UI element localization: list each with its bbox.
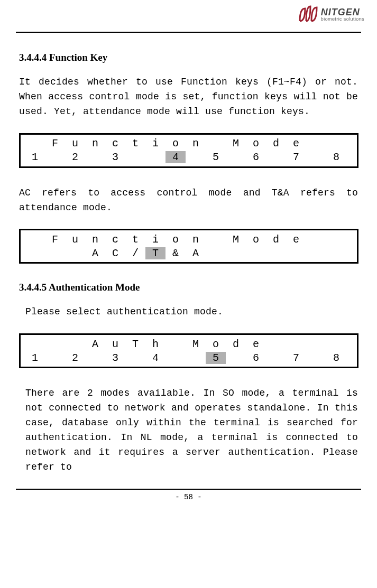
lcd-function-numbers: FunctionMode12345678 bbox=[19, 133, 358, 168]
lcd-cell: o bbox=[206, 338, 226, 350]
section-heading-auth-mode: 3.4.4.5 Authentication Mode bbox=[19, 282, 358, 293]
lcd-cell: 6 bbox=[246, 151, 266, 163]
lcd-cell: d bbox=[266, 234, 286, 246]
logo-sub: biometric solutions bbox=[321, 17, 364, 22]
lcd-cell: 5 bbox=[206, 151, 226, 163]
lcd-row: FunctionMode bbox=[25, 232, 353, 246]
lcd-row: AC/T&A bbox=[25, 246, 353, 260]
bottom-rule bbox=[16, 489, 361, 490]
lcd-cell: c bbox=[105, 234, 125, 246]
lcd-cell: A bbox=[85, 247, 105, 259]
lcd-cell: t bbox=[125, 137, 145, 150]
para-function-key-1: It decides whether to use Function keys … bbox=[19, 75, 358, 119]
lcd-cell: o bbox=[246, 234, 266, 246]
lcd-cell: n bbox=[186, 137, 206, 150]
lcd-cell: i bbox=[145, 137, 165, 150]
lcd-cell: e bbox=[286, 234, 306, 246]
lcd-cell: o bbox=[165, 234, 186, 246]
lcd-cell: T bbox=[145, 247, 165, 259]
lcd-cell: / bbox=[125, 247, 145, 259]
page-number: - 58 - bbox=[16, 493, 361, 501]
lcd-cell: u bbox=[105, 338, 125, 350]
lcd-row: 12345678 bbox=[25, 151, 353, 164]
lcd-cell: A bbox=[186, 247, 206, 259]
fingerprint-icon bbox=[298, 5, 319, 23]
lcd-cell: A bbox=[85, 338, 105, 350]
lcd-cell: 7 bbox=[286, 352, 306, 364]
section-heading-function-key: 3.4.4.4 Function Key bbox=[19, 52, 358, 63]
lcd-cell: n bbox=[85, 137, 105, 150]
content-area: 3.4.4.4 Function Key It decides whether … bbox=[16, 33, 361, 475]
lcd-cell: M bbox=[186, 338, 206, 350]
lcd-cell: T bbox=[125, 338, 145, 350]
lcd-cell: o bbox=[246, 137, 266, 150]
lcd-cell: h bbox=[145, 338, 165, 350]
lcd-cell: 8 bbox=[326, 151, 346, 163]
lcd-cell: M bbox=[226, 137, 246, 150]
lcd-cell: C bbox=[105, 247, 125, 259]
lcd-row: AuThMode bbox=[25, 337, 353, 351]
lcd-cell: o bbox=[165, 137, 186, 150]
lcd-cell: & bbox=[165, 247, 186, 259]
lcd-cell: 2 bbox=[65, 151, 85, 163]
logo-brand: NITGEN bbox=[321, 7, 360, 17]
lcd-cell: M bbox=[226, 234, 246, 246]
lcd-cell: 6 bbox=[246, 352, 266, 364]
brand-logo: NITGEN biometric solutions bbox=[298, 5, 364, 23]
lcd-function-mode: FunctionModeAC/T&A bbox=[19, 229, 358, 264]
lcd-cell: e bbox=[246, 338, 266, 350]
lcd-cell: 2 bbox=[65, 352, 85, 364]
lcd-cell: 4 bbox=[165, 151, 186, 163]
lcd-cell: 3 bbox=[105, 151, 125, 163]
lcd-cell: n bbox=[85, 234, 105, 246]
lcd-cell: 5 bbox=[206, 352, 226, 364]
lcd-cell: u bbox=[65, 137, 85, 150]
lcd-cell: e bbox=[286, 137, 306, 150]
lcd-cell: 1 bbox=[25, 352, 45, 364]
lcd-cell: 4 bbox=[145, 352, 165, 364]
lcd-cell: t bbox=[125, 234, 145, 246]
lcd-cell: 7 bbox=[286, 151, 306, 163]
lcd-auth-mode: AuThMode12345678 bbox=[19, 333, 358, 368]
lcd-cell: F bbox=[45, 137, 65, 150]
para-function-key-2: AC refers to access control mode and T&A… bbox=[19, 186, 358, 216]
lcd-cell: F bbox=[45, 234, 65, 246]
lcd-cell: n bbox=[186, 234, 206, 246]
logo-text: NITGEN biometric solutions bbox=[321, 7, 364, 22]
lcd-cell: d bbox=[226, 338, 246, 350]
page-root: NITGEN biometric solutions 3.4.4.4 Funct… bbox=[0, 0, 377, 508]
para-auth-2: There are 2 modes available. In SO mode,… bbox=[19, 386, 358, 474]
lcd-row: 12345678 bbox=[25, 351, 353, 365]
para-auth-1: Please select authentication mode. bbox=[19, 305, 358, 320]
lcd-cell: 3 bbox=[105, 352, 125, 364]
lcd-row: FunctionMode bbox=[25, 137, 353, 151]
lcd-cell: i bbox=[145, 234, 165, 246]
lcd-cell: u bbox=[65, 234, 85, 246]
lcd-cell: c bbox=[105, 137, 125, 150]
lcd-cell: 8 bbox=[326, 352, 346, 364]
lcd-cell: 1 bbox=[25, 151, 45, 163]
lcd-cell: d bbox=[266, 137, 286, 150]
